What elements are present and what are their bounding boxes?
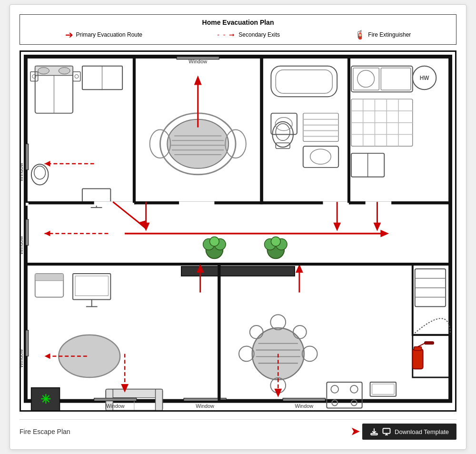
secondary-exit-label: Secondary Exits [238, 31, 280, 38]
secondary-arrow-icon: - - ➞ [217, 31, 236, 39]
hw-label: HW [420, 75, 430, 81]
svg-rect-108 [94, 398, 137, 401]
svg-point-136 [350, 385, 358, 393]
svg-rect-51 [351, 66, 413, 92]
svg-rect-155 [383, 428, 390, 434]
extinguisher-label: Fire Extinguisher [368, 31, 411, 38]
svg-point-88 [210, 237, 219, 246]
svg-marker-74 [45, 231, 50, 237]
svg-marker-33 [194, 75, 202, 85]
svg-line-149 [418, 343, 425, 346]
primary-route-label: Primary Evacuation Route [76, 31, 142, 38]
svg-rect-54 [381, 68, 410, 90]
legend-items: ➔ Primary Evacuation Route - - ➞ Seconda… [28, 29, 448, 40]
legend-title: Home Evacuation Plan [28, 19, 448, 26]
svg-rect-154 [371, 434, 377, 435]
window-label-7: Window [295, 403, 313, 409]
svg-rect-150 [425, 341, 434, 344]
svg-marker-82 [333, 223, 341, 231]
svg-point-48 [310, 149, 331, 164]
main-card: Home Evacuation Plan ➔ Primary Evacuatio… [10, 4, 466, 450]
download-icon [370, 427, 378, 436]
svg-point-6 [59, 68, 70, 74]
floorplan-svg: Window Window [20, 50, 456, 412]
window-label-2: Window [188, 59, 207, 64]
svg-point-135 [331, 385, 338, 393]
download-label: Download Template [395, 428, 449, 435]
window-label-5: Window [106, 403, 125, 409]
svg-rect-94 [26, 330, 29, 356]
svg-rect-35 [271, 66, 337, 97]
svg-rect-71 [366, 201, 392, 206]
primary-arrow-icon: ➔ [65, 29, 73, 40]
window-label-3: Window [20, 236, 24, 255]
svg-rect-67 [26, 203, 29, 206]
svg-rect-52 [353, 68, 379, 90]
svg-point-130 [293, 326, 307, 339]
window-label-6: Window [196, 403, 214, 409]
svg-rect-148 [414, 346, 422, 350]
svg-marker-112 [45, 353, 50, 359]
svg-rect-103 [106, 389, 162, 398]
svg-rect-72 [26, 219, 29, 246]
legend-box: Home Evacuation Plan ➔ Primary Evacuatio… [20, 14, 456, 45]
svg-rect-140 [372, 384, 395, 395]
svg-rect-141 [413, 264, 450, 335]
svg-rect-49 [349, 57, 450, 203]
svg-point-5 [38, 68, 50, 74]
svg-rect-11 [82, 66, 122, 90]
svg-rect-70 [323, 201, 349, 206]
exit-sign: ✳ [40, 392, 51, 405]
svg-rect-93 [26, 264, 219, 401]
monitor-icon [382, 427, 391, 436]
svg-marker-20 [45, 161, 50, 167]
svg-rect-15 [82, 188, 110, 203]
svg-rect-42 [303, 113, 338, 141]
extinguisher-legend-icon: 🧯 [355, 30, 365, 40]
svg-rect-133 [283, 398, 325, 401]
svg-rect-147 [413, 349, 423, 369]
svg-marker-80 [138, 220, 146, 229]
svg-rect-105 [156, 389, 163, 411]
download-button[interactable]: Download Template [362, 424, 456, 440]
svg-point-10 [75, 74, 79, 78]
footer-plan-name: Fire Escape Plan [20, 428, 70, 435]
svg-rect-98 [75, 276, 108, 296]
window-label-1: Window [20, 163, 24, 181]
svg-rect-9 [73, 71, 80, 81]
svg-rect-18 [26, 144, 29, 170]
primary-route-legend: ➔ Primary Evacuation Route [65, 29, 142, 40]
svg-marker-84 [374, 223, 381, 231]
download-arrow-icon: ➤ [351, 425, 359, 438]
svg-rect-69 [179, 201, 214, 206]
svg-point-13 [31, 164, 49, 185]
svg-marker-76 [380, 230, 389, 237]
secondary-exit-legend: - - ➞ Secondary Exits [217, 31, 280, 39]
svg-point-92 [271, 237, 280, 246]
window-label-4: Window [20, 349, 24, 368]
extinguisher-legend: 🧯 Fire Extinguisher [355, 30, 411, 40]
svg-rect-96 [35, 274, 63, 281]
svg-point-129 [250, 326, 263, 339]
footer: Fire Escape Plan ➤ Download Template [20, 419, 456, 440]
svg-point-53 [357, 70, 375, 87]
